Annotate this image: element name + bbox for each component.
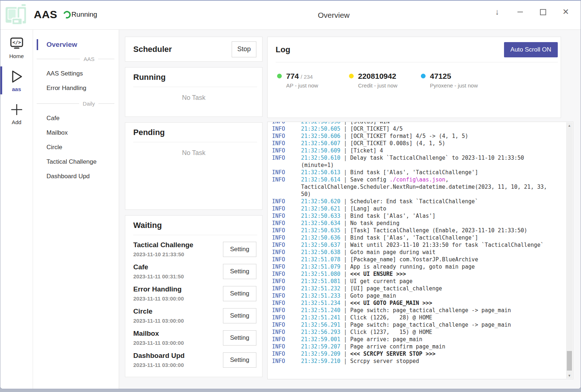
setting-button[interactable]: Setting: [223, 308, 256, 323]
setting-button[interactable]: Setting: [223, 242, 256, 257]
log-message: 21:32:50.610 | Delay task `TacticalChall…: [301, 154, 548, 169]
log-message: 21:32:50.598 | [Status] WIN: [301, 122, 390, 125]
sidebar-item-cafe[interactable]: Cafe: [33, 111, 119, 126]
setting-button[interactable]: Setting: [223, 286, 256, 301]
log-separator: |: [340, 336, 350, 343]
log-text-segment: Click (1237, 15) @ HOME: [350, 329, 432, 335]
divider-line: [98, 59, 114, 59]
plus-icon: [9, 103, 24, 116]
log-time: 21:32:51.080: [301, 271, 340, 277]
scheduler-column: Scheduler Stop Running No Task Pending N…: [125, 37, 263, 389]
log-line: INFO21:32:59.001 | Page arrive: page_mai…: [272, 336, 573, 343]
rail-item-add[interactable]: Add: [0, 98, 33, 129]
task-info: Tactical Challenge2023-11-10 21:33:50: [133, 241, 223, 257]
log-text-segment: [Package_name] com.YostarJP.BlueArchive: [350, 256, 478, 263]
waiting-title: Waiting: [125, 221, 262, 230]
task-next-run: 2023-11-10 21:33:50: [133, 251, 223, 257]
sidebar-item-overview[interactable]: Overview: [33, 38, 119, 51]
auto-scroll-button[interactable]: Auto Scroll ON: [504, 42, 558, 57]
home-code-monitor-icon: </>: [9, 37, 24, 50]
task-name: Error Handling: [133, 285, 223, 293]
sidebar-item-circle[interactable]: Circle: [33, 140, 119, 155]
log-time: 21:32:59.207: [301, 343, 340, 350]
status: Running: [63, 11, 97, 19]
task-next-run: 2023-11-11 03:00:00: [133, 340, 223, 346]
scroll-up-icon[interactable]: ▲: [566, 122, 573, 128]
stat-value: 774/ 234: [286, 72, 318, 81]
log-separator: |: [340, 242, 350, 248]
rail-item-aas[interactable]: aas: [0, 65, 33, 96]
log-message: 21:32:51.081 | UI get current page: [301, 278, 413, 285]
log-separator: |: [340, 122, 350, 125]
log-separator: |: [340, 140, 350, 147]
stop-button[interactable]: Stop: [232, 41, 256, 57]
log-level: INFO: [272, 350, 301, 358]
waiting-task-row: Cafe2023-11-11 00:31:50Setting: [133, 260, 256, 282]
stat-dot-icon: [277, 74, 282, 78]
minimize-icon[interactable]: [515, 6, 525, 18]
log-time: 21:32:51.232: [301, 285, 340, 292]
setting-button[interactable]: Setting: [223, 264, 256, 279]
log-time: 21:32:50.605: [301, 126, 340, 132]
log-message: 21:32:51.234 | <<< UI GOTO PAGE_MAIN >>>: [301, 299, 432, 307]
log-stats: 774/ 234AP - just now220810942Credit - j…: [268, 62, 561, 89]
log-level: INFO: [272, 299, 301, 307]
waiting-task-row: Mailbox2023-11-11 03:00:00Setting: [133, 327, 256, 349]
stat-label: Credit - just now: [358, 82, 397, 89]
sidebar-item-tactical-challenge[interactable]: Tactical Challenge: [33, 155, 119, 169]
log-text-segment: <<< SCRCPY SERVER STOP >>>: [350, 351, 435, 357]
sidebar-item-dashboard-upd[interactable]: Dashboard Upd: [33, 169, 119, 184]
log-line: INFO21:32:51.080 | <<< UI ENSURE >>>: [272, 270, 573, 278]
close-icon[interactable]: ✕: [560, 6, 571, 18]
log-message: 21:32:56.293 | Click (1237, 15) @ HOME: [301, 328, 432, 336]
log-message: 21:32:50.637 | Wait until 2023-11-10 21:…: [301, 241, 544, 249]
app-logo-icon: [4, 3, 28, 26]
log-message: 21:32:56.291 | Page switch: page_tactica…: [301, 321, 511, 328]
log-separator: |: [340, 329, 350, 335]
sidebar-item-aas-settings[interactable]: AAS Settings: [33, 66, 119, 81]
rail-item-label: Add: [12, 119, 21, 125]
scrollbar-thumb[interactable]: [567, 351, 572, 371]
log-text-segment: [OCR_TICKET] 4/5: [350, 126, 403, 132]
log-time: 21:32:50.598: [301, 122, 340, 125]
task-name: Circle: [133, 307, 223, 315]
log-text-segment: Bind task ['Alas', 'Alas']: [350, 213, 435, 219]
log-level: INFO: [272, 234, 301, 241]
task-name: Tactical Challenge: [133, 241, 223, 249]
log-text-segment: Scheduler: End task `TacticalChallenge`: [350, 198, 478, 205]
scroll-down-icon[interactable]: ▼: [566, 372, 573, 379]
log-level: INFO: [272, 278, 301, 285]
task-next-run: 2023-11-11 03:00:00: [133, 362, 223, 368]
log-text-segment: [Task] TacticalChallenge (Enable, 2023-1…: [350, 227, 527, 234]
log-line: INFO21:32:50.637 | Wait until 2023-11-10…: [272, 241, 573, 249]
sidebar-item-mailbox[interactable]: Mailbox: [33, 126, 119, 140]
log-panel: Log Auto Scroll ON 774/ 234AP - just now…: [267, 37, 561, 118]
download-icon[interactable]: ↓: [492, 6, 503, 18]
log-line: INFO21:32:50.613 | Bind task ['Alas', 'T…: [272, 169, 573, 176]
maximize-icon[interactable]: [537, 6, 548, 18]
divider-line: [37, 59, 80, 59]
setting-button[interactable]: Setting: [223, 330, 256, 346]
sidebar-item-error-handling[interactable]: Error Handling: [33, 81, 119, 95]
waiting-task-row: Error Handling2023-11-11 03:00:00Setting: [133, 282, 256, 305]
setting-button[interactable]: Setting: [223, 352, 256, 368]
log-line: INFO21:32:50.634 | No task pending: [272, 220, 573, 227]
log-line: INFO21:32:51.078 | [Package_name] com.Yo…: [272, 256, 573, 263]
log-separator: |: [340, 169, 350, 176]
log-level: INFO: [272, 169, 301, 176]
log-separator: |: [340, 322, 350, 328]
log-level: INFO: [272, 147, 301, 154]
task-info: Circle2023-11-11 03:00:00: [133, 307, 223, 324]
log-separator: |: [340, 293, 350, 299]
log-time: 21:32:50.621: [301, 205, 340, 212]
log-message: 21:32:50.620 | Scheduler: End task `Tact…: [301, 198, 478, 205]
log-time: 21:32:50.637: [301, 242, 340, 248]
sidebar-group-label: AAS: [37, 56, 114, 62]
log-time: 21:32:56.291: [301, 322, 340, 328]
log-message: 21:32:51.240 | Page switch: page_tactica…: [301, 307, 511, 314]
rail-item-home[interactable]: </> Home: [0, 32, 33, 63]
log-separator: |: [340, 213, 350, 219]
log-scrollbar[interactable]: ▲ ▼: [566, 122, 573, 379]
app-name: AAS: [34, 8, 57, 21]
log-output[interactable]: INFO21:32:50.598 | [Status] WININFO21:32…: [267, 122, 573, 379]
